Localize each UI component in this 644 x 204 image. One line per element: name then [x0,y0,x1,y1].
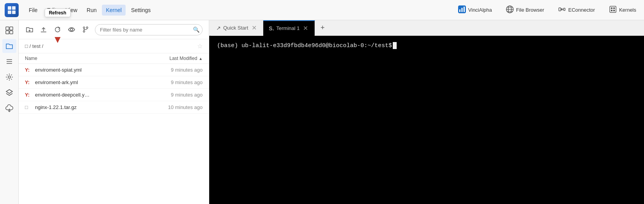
svg-rect-27 [10,31,13,34]
terminal-area: ↗ Quick Start ✕ S. Terminal 1 ✕ + (base)… [209,20,644,204]
refresh-tooltip: Refresh [45,9,71,17]
svg-rect-24 [6,27,9,30]
file-type-icon: Y: [25,92,33,98]
vinci-alpha-icon [458,5,466,15]
upload-button[interactable] [37,23,50,36]
terminal-content[interactable]: (base) ub-lalit-e33d9fbdb4e96d0@biocolab… [209,36,644,204]
svg-rect-19 [610,6,616,12]
file-toolbar: Refresh ▼ [19,20,209,39]
breadcrumb-path: □ / test / [25,43,43,49]
svg-point-37 [70,28,73,31]
file-browser-label: File Browser [516,7,544,13]
svg-rect-7 [464,7,465,12]
breadcrumb-text: / test / [30,43,43,49]
econnector-label: EConnector [568,7,595,13]
favorite-star-icon[interactable]: ☆ [197,42,203,50]
file-table: Y: enviroment-spiat.yml 9 minutes ago Y:… [19,64,209,204]
terminal-cursor [393,42,397,49]
svg-rect-23 [613,10,615,11]
file-name: enviroment-spiat.yml [35,67,148,73]
refresh-button[interactable] [51,23,64,36]
column-modified-header[interactable]: Last Modified ▲ [148,56,203,61]
terminal1-tab-icon: S. [269,25,274,32]
tab-terminal1[interactable]: S. Terminal 1 ✕ [263,20,315,36]
file-modified: 10 minutes ago [148,104,203,110]
table-row[interactable]: Y: enviroment-spiat.yml 9 minutes ago [19,64,209,76]
svg-rect-1 [12,6,16,10]
svg-rect-6 [461,8,462,12]
sort-arrow-icon: ▲ [199,56,203,61]
file-type-icon: Y: [25,67,33,73]
kernels-label: Kernels [619,7,636,13]
file-name: enviroment-ark.yml [35,79,148,85]
settings-sidebar-icon[interactable] [2,70,16,84]
svg-rect-2 [8,11,11,14]
svg-rect-25 [10,27,13,30]
terminal-prompt: (base) ub-lalit-e33d9fbdb4e96d0@biocolab… [217,42,636,49]
svg-rect-13 [559,8,561,11]
svg-point-40 [86,27,88,28]
file-panel: Refresh ▼ [19,20,209,204]
menu-file[interactable]: File [25,5,42,16]
list-sidebar-icon[interactable] [2,55,16,69]
file-browser-icon [506,5,514,15]
table-row[interactable]: Y: enviroment-deepcell.y… 9 minutes ago [19,89,209,101]
vinci-alpha-label: VinciAlpha [468,7,492,13]
quickstart-tab-icon: ↗ [216,25,221,31]
econnector-button[interactable]: EConnector [555,3,598,17]
app-logo [5,3,19,17]
svg-rect-18 [564,8,565,11]
table-row[interactable]: Y: enviroment-ark.yml 9 minutes ago [19,76,209,89]
kernels-icon [609,5,617,15]
column-name-header: Name [25,56,148,61]
quickstart-tab-label: Quick Start [223,25,248,31]
table-row[interactable]: □ nginx-1.22.1.tar.gz 10 minutes ago [19,101,209,114]
menu-kernel[interactable]: Kernel [102,5,125,16]
icon-sidebar [0,20,19,204]
tab-bar: ↗ Quick Start ✕ S. Terminal 1 ✕ + [209,20,644,36]
cloud-sidebar-icon[interactable] [2,101,16,115]
svg-rect-5 [459,9,460,12]
menu-run[interactable]: Run [83,5,101,16]
grid-sidebar-icon[interactable] [2,23,16,37]
svg-point-38 [83,27,85,28]
add-tab-button[interactable]: + [317,22,329,34]
terminal-prompt-text: (base) ub-lalit-e33d9fbdb4e96d0@biocolab… [217,42,392,49]
preview-button[interactable] [65,23,78,36]
menu-items: File Edit View Run Kernel Settings [25,5,455,16]
file-name: enviroment-deepcell.y… [35,92,148,98]
vinci-alpha-button[interactable]: VinciAlpha [455,3,495,17]
file-modified: 9 minutes ago [148,67,203,73]
git-button[interactable] [79,23,92,36]
svg-rect-21 [613,7,615,9]
menu-settings[interactable]: Settings [127,5,155,16]
search-input[interactable] [95,24,203,35]
svg-rect-26 [6,31,9,34]
svg-rect-22 [611,10,612,11]
terminal1-tab-close[interactable]: ✕ [302,25,309,32]
file-browser-button[interactable]: File Browser [503,3,547,17]
quickstart-tab-close[interactable]: ✕ [250,25,257,32]
econnector-icon [558,5,566,15]
menu-bar: File Edit View Run Kernel Settings Vinci… [0,0,644,20]
file-modified: 9 minutes ago [148,79,203,85]
main-layout: Refresh ▼ [0,20,644,204]
file-name: nginx-1.22.1.tar.gz [35,104,148,110]
file-modified: 9 minutes ago [148,92,203,98]
file-type-icon: □ [25,104,33,110]
svg-rect-3 [12,11,16,14]
folder-sidebar-icon[interactable] [2,39,16,53]
svg-rect-0 [8,6,11,10]
search-container: 🔍 [95,24,203,35]
kernels-button[interactable]: Kernels [606,3,639,17]
tab-quickstart[interactable]: ↗ Quick Start ✕ [211,20,263,36]
menu-right: VinciAlpha File Browser [455,3,639,17]
new-folder-button[interactable] [23,23,36,36]
layers-sidebar-icon[interactable] [2,86,16,100]
search-icon[interactable]: 🔍 [193,26,200,33]
breadcrumb-folder-icon: □ [25,43,28,49]
file-type-icon: Y: [25,79,33,85]
svg-rect-20 [611,7,612,9]
refresh-wrapper: Refresh ▼ [51,23,64,36]
breadcrumb: □ / test / ☆ [19,39,209,53]
